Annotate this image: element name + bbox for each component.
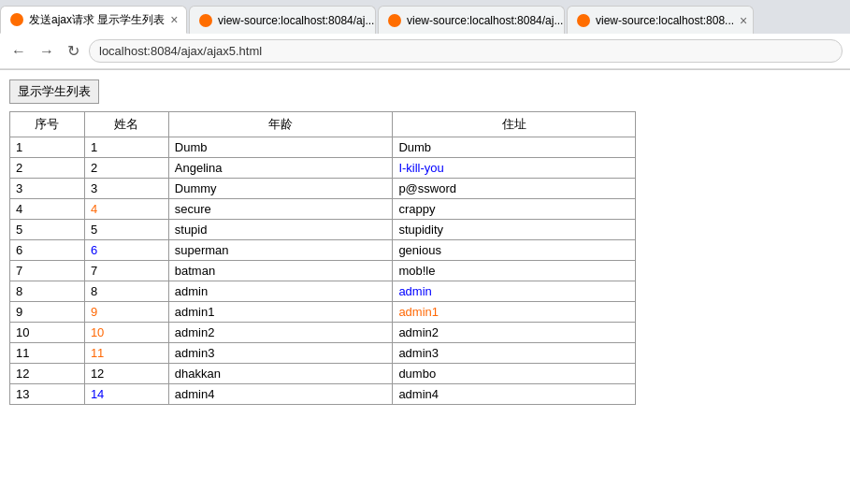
cell-name: 7 (84, 261, 168, 281)
back-button[interactable]: ← (7, 41, 30, 62)
cell-age: dhakkan (168, 364, 393, 384)
cell-seq: 13 (10, 384, 85, 405)
table-row: 99admin1admin1 (10, 302, 636, 323)
cell-addr: mob!le (393, 261, 636, 281)
cell-seq: 5 (10, 220, 85, 240)
tab-0-label: 发送ajax请求 显示学生列表 (29, 12, 165, 28)
table-row: 44securecrappy (10, 199, 636, 220)
tab-2[interactable]: view-source:localhost:8084/aj... × (378, 6, 565, 34)
forward-button[interactable]: → (36, 41, 58, 62)
students-table: 序号 姓名 年龄 住址 11DumbDumb22AngelinaI-kill-y… (9, 111, 636, 405)
cell-seq: 6 (10, 240, 85, 261)
cell-age: stupid (168, 220, 393, 240)
tab-0[interactable]: 发送ajax请求 显示学生列表 × (0, 6, 187, 34)
cell-name: 10 (84, 323, 168, 343)
tab-0-close[interactable]: × (170, 13, 178, 26)
cell-addr: genious (393, 240, 636, 261)
table-row: 1314admin4admin4 (10, 384, 636, 405)
cell-name: 3 (84, 179, 168, 199)
table-row: 66supermangenious (10, 240, 636, 261)
cell-name: 11 (84, 343, 168, 364)
table-row: 77batmanmob!le (10, 261, 636, 281)
cell-addr: admin4 (393, 384, 636, 405)
cell-name: 8 (84, 281, 168, 302)
tab-1[interactable]: view-source:localhost:8084/aj... × (189, 6, 376, 34)
show-students-button[interactable]: 显示学生列表 (9, 79, 99, 104)
header-age: 年龄 (168, 112, 393, 137)
cell-addr: admin (393, 281, 636, 302)
cell-name: 6 (84, 240, 168, 261)
cell-addr: p@ssword (393, 179, 636, 199)
tab-3-close[interactable]: × (740, 14, 747, 27)
cell-age: admin2 (168, 323, 393, 343)
cell-addr: I-kill-you (393, 158, 636, 179)
table-header-row: 序号 姓名 年龄 住址 (10, 112, 636, 137)
tab-2-label: view-source:localhost:8084/aj... (407, 14, 563, 27)
cell-name: 4 (84, 199, 168, 220)
table-row: 88adminadmin (10, 281, 636, 302)
browser-chrome: 发送ajax请求 显示学生列表 × view-source:localhost:… (0, 0, 850, 70)
tab-1-icon (199, 14, 212, 27)
url-input[interactable] (89, 39, 843, 63)
header-addr: 住址 (393, 112, 636, 137)
cell-age: Angelina (168, 158, 393, 179)
tab-3-icon (577, 14, 590, 27)
table-row: 55stupidstupidity (10, 220, 636, 240)
cell-age: Dummy (168, 179, 393, 199)
cell-seq: 11 (10, 343, 85, 364)
cell-age: admin (168, 281, 393, 302)
tab-3-label: view-source:localhost:808... (596, 14, 734, 27)
cell-age: secure (168, 199, 393, 220)
address-bar: ← → ↻ (0, 34, 850, 69)
cell-name: 5 (84, 220, 168, 240)
header-name: 姓名 (84, 112, 168, 137)
page-content: 显示学生列表 序号 姓名 年龄 住址 11DumbDumb22AngelinaI… (0, 70, 850, 414)
cell-seq: 12 (10, 364, 85, 384)
cell-age: admin4 (168, 384, 393, 405)
tab-bar: 发送ajax请求 显示学生列表 × view-source:localhost:… (0, 0, 850, 34)
table-row: 33Dummyp@ssword (10, 179, 636, 199)
tab-0-icon (10, 13, 23, 26)
table-row: 1212dhakkandumbo (10, 364, 636, 384)
cell-age: Dumb (168, 137, 393, 158)
table-row: 1111admin3admin3 (10, 343, 636, 364)
cell-name: 9 (84, 302, 168, 323)
cell-name: 1 (84, 137, 168, 158)
cell-addr: admin1 (393, 302, 636, 323)
cell-addr: admin2 (393, 323, 636, 343)
cell-seq: 7 (10, 261, 85, 281)
cell-addr: crappy (393, 199, 636, 220)
table-row: 22AngelinaI-kill-you (10, 158, 636, 179)
cell-age: superman (168, 240, 393, 261)
cell-seq: 10 (10, 323, 85, 343)
cell-name: 14 (84, 384, 168, 405)
cell-addr: Dumb (393, 137, 636, 158)
tab-1-label: view-source:localhost:8084/aj... (218, 14, 374, 27)
cell-seq: 8 (10, 281, 85, 302)
cell-name: 12 (84, 364, 168, 384)
table-body: 11DumbDumb22AngelinaI-kill-you33Dummyp@s… (10, 137, 636, 405)
cell-addr: admin3 (393, 343, 636, 364)
cell-seq: 3 (10, 179, 85, 199)
cell-age: admin3 (168, 343, 393, 364)
cell-seq: 9 (10, 302, 85, 323)
cell-name: 2 (84, 158, 168, 179)
header-seq: 序号 (10, 112, 85, 137)
cell-addr: dumbo (393, 364, 636, 384)
cell-age: admin1 (168, 302, 393, 323)
cell-addr: stupidity (393, 220, 636, 240)
tab-3[interactable]: view-source:localhost:808... × (567, 6, 754, 34)
table-row: 1010admin2admin2 (10, 323, 636, 343)
cell-seq: 2 (10, 158, 85, 179)
tab-2-icon (388, 14, 401, 27)
cell-seq: 4 (10, 199, 85, 220)
cell-seq: 1 (10, 137, 85, 158)
reload-button[interactable]: ↻ (64, 40, 83, 62)
cell-age: batman (168, 261, 393, 281)
table-row: 11DumbDumb (10, 137, 636, 158)
